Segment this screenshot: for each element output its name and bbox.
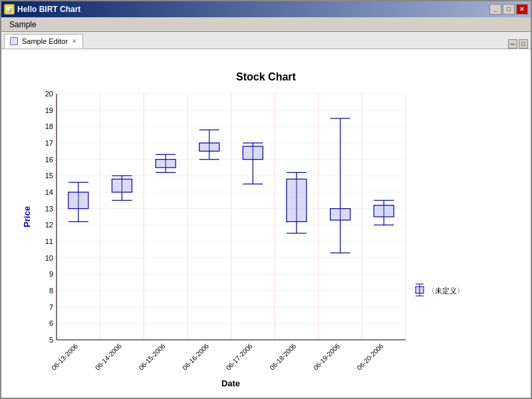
svg-text:20: 20: [45, 90, 53, 98]
svg-text:16: 16: [45, 156, 53, 164]
x-axis-label: Date: [221, 378, 240, 386]
tab-close-button[interactable]: ✕: [72, 38, 77, 45]
svg-rect-70: [331, 209, 350, 220]
svg-text:06-14-2006: 06-14-2006: [94, 342, 123, 371]
x-axis-labels: 06-13-2006 06-14-2006 06-15-2006 06-16-2…: [50, 342, 385, 371]
svg-text:13: 13: [45, 205, 53, 213]
tab-minimize-button[interactable]: ─: [508, 39, 517, 49]
svg-text:11: 11: [45, 237, 53, 245]
svg-text:15: 15: [45, 172, 53, 180]
svg-text:10: 10: [45, 254, 53, 262]
svg-text:5: 5: [49, 336, 53, 344]
svg-text:12: 12: [45, 221, 53, 229]
tab-icon: [10, 37, 18, 45]
tab-sample-editor[interactable]: Sample Editor ✕: [4, 34, 83, 49]
svg-text:06-19-2006: 06-19-2006: [312, 342, 341, 371]
svg-text:06-20-2006: 06-20-2006: [356, 342, 385, 371]
chart-title: Stock Chart: [236, 71, 296, 82]
app-icon: 📊: [4, 4, 15, 15]
tab-controls: ─ □: [508, 39, 528, 49]
maximize-button[interactable]: □: [503, 4, 515, 15]
svg-text:19: 19: [45, 106, 53, 114]
svg-text:06-13-2006: 06-13-2006: [50, 342, 79, 371]
svg-text:18: 18: [45, 122, 53, 130]
tab-maximize-button[interactable]: □: [519, 39, 528, 49]
y-axis-label: Price: [22, 206, 32, 227]
main-window: 📊 Hello BIRT Chart _ □ ✕ Sample Sample E…: [0, 0, 532, 399]
svg-rect-54: [156, 160, 176, 168]
y-axis-labels: 20 19 18 17 16 15 14 13 12 11 10 9 8 7 6…: [45, 90, 53, 344]
svg-text:7: 7: [49, 303, 53, 311]
minimize-button[interactable]: _: [489, 4, 501, 15]
tab-bar: Sample Editor ✕ ─ □: [1, 32, 531, 49]
chart-area: Stock Chart: [20, 61, 512, 386]
close-button[interactable]: ✕: [516, 4, 528, 15]
svg-rect-66: [287, 179, 307, 221]
legend: 〈未定义〉: [416, 284, 464, 296]
chart-svg: Stock Chart: [20, 61, 512, 386]
svg-rect-62: [243, 146, 263, 160]
chart-container: Stock Chart: [1, 49, 531, 398]
window-title: Hello BIRT Chart: [17, 5, 80, 14]
svg-text:06-15-2006: 06-15-2006: [138, 342, 167, 371]
svg-rect-74: [374, 205, 394, 217]
menu-bar: Sample: [1, 17, 531, 32]
tab-label: Sample Editor: [22, 37, 68, 45]
svg-rect-50: [112, 179, 132, 192]
svg-text:06-18-2006: 06-18-2006: [268, 342, 297, 371]
svg-text:14: 14: [45, 188, 53, 196]
svg-text:8: 8: [49, 287, 53, 295]
window-controls: _ □ ✕: [489, 4, 528, 15]
svg-text:17: 17: [45, 139, 53, 147]
svg-text:6: 6: [49, 319, 53, 327]
svg-text:06-17-2006: 06-17-2006: [225, 342, 254, 371]
svg-rect-46: [68, 192, 88, 209]
svg-text:06-16-2006: 06-16-2006: [181, 342, 210, 371]
menu-item-sample[interactable]: Sample: [4, 19, 42, 31]
svg-text:9: 9: [49, 270, 53, 278]
legend-label: 〈未定义〉: [428, 287, 464, 295]
title-bar: 📊 Hello BIRT Chart _ □ ✕: [1, 1, 531, 17]
title-bar-left: 📊 Hello BIRT Chart: [4, 4, 80, 15]
svg-rect-58: [200, 143, 219, 151]
vertical-grid-lines: [57, 94, 406, 340]
